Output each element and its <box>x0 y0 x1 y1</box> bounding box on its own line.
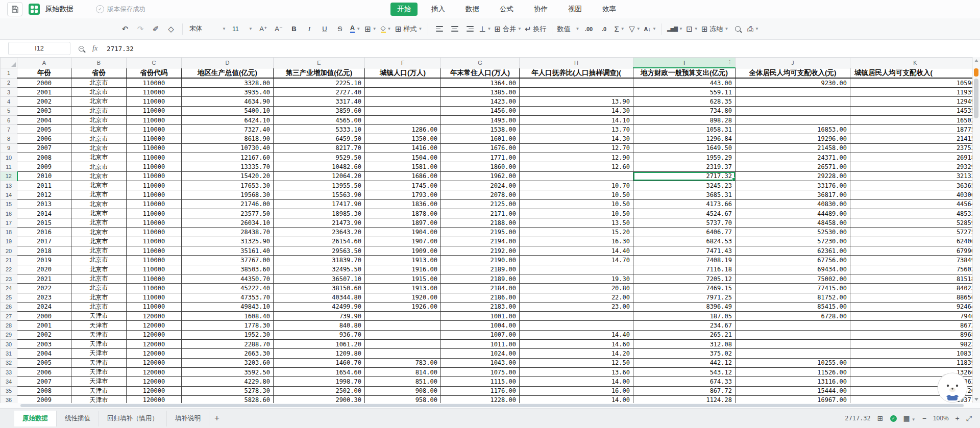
cell-H19[interactable]: 16.30 <box>520 237 633 246</box>
column-letter-I[interactable]: I⋮ <box>633 58 736 68</box>
save-button[interactable] <box>7 2 22 16</box>
cell-D28[interactable]: 1778.30 <box>182 321 274 330</box>
increase-decimal-button[interactable]: .00 <box>581 22 597 36</box>
cell-A14[interactable]: 2012 <box>17 190 71 199</box>
cell-D36[interactable]: 5828.60 <box>182 395 274 403</box>
cell-D16[interactable]: 23577.50 <box>182 209 274 218</box>
cell-C32[interactable]: 120000 <box>127 358 182 367</box>
cell-G25[interactable]: 2186.00 <box>441 293 520 302</box>
cell-E18[interactable]: 23643.20 <box>274 228 365 237</box>
sheet-tab[interactable]: 线性插值 <box>57 411 99 426</box>
cell-F21[interactable]: 1913.00 <box>365 256 441 265</box>
cell-D12[interactable]: 15420.20 <box>182 171 274 181</box>
cell-C28[interactable]: 120000 <box>127 321 182 330</box>
menu-tab-效率[interactable]: 效率 <box>596 3 623 16</box>
cell-J21[interactable]: 67756.00 <box>736 256 850 265</box>
cell-E2[interactable]: 2225.10 <box>274 78 365 88</box>
cell-B26[interactable]: 北京市 <box>71 302 127 311</box>
cell-D25[interactable]: 47353.70 <box>182 293 274 302</box>
cell-H31[interactable]: 14.20 <box>520 349 633 358</box>
row-header-9[interactable]: 9 <box>1 143 17 153</box>
cell-F13[interactable]: 1745.00 <box>365 181 441 190</box>
column-letter-H[interactable]: H <box>520 58 633 68</box>
row-header-22[interactable]: 22 <box>1 265 17 274</box>
borders-button[interactable]: ⊞ ▼ <box>363 22 378 36</box>
cell-G30[interactable]: 1011.00 <box>441 340 520 349</box>
cell-H22[interactable] <box>520 265 633 274</box>
cell-B5[interactable]: 北京市 <box>71 106 127 115</box>
cell-I16[interactable]: 4524.67 <box>633 209 736 218</box>
cell-E5[interactable]: 3859.60 <box>274 106 365 115</box>
cell-C4[interactable]: 110000 <box>127 97 182 106</box>
cell-count-icon[interactable]: ⊞ <box>877 415 884 422</box>
cell-B28[interactable]: 天津市 <box>71 321 127 330</box>
cell-A20[interactable]: 2018 <box>17 246 71 256</box>
italic-button[interactable]: I <box>302 22 317 36</box>
cell-D11[interactable]: 13335.70 <box>182 162 274 171</box>
cell-F34[interactable]: 851.00 <box>365 377 441 386</box>
cell-A32[interactable]: 2005 <box>17 358 71 367</box>
cell-H14[interactable]: 10.50 <box>520 190 633 199</box>
cell-I11[interactable]: 2319.37 <box>633 162 736 171</box>
underline-button[interactable]: U <box>317 22 332 36</box>
cell-K3[interactable]: 11939 <box>850 88 980 97</box>
scroll-up-icon[interactable] <box>974 59 978 62</box>
cell-K2[interactable]: 10590 <box>850 78 980 88</box>
increase-font-button[interactable]: A⁺ <box>256 22 271 36</box>
cell-reference-box[interactable]: I12 <box>8 42 70 55</box>
row-header-3[interactable]: 3 <box>1 88 17 97</box>
cell-A10[interactable]: 2008 <box>17 153 71 162</box>
menu-tab-公式[interactable]: 公式 <box>493 3 520 16</box>
cell-I21[interactable]: 7408.19 <box>633 256 736 265</box>
cell-H21[interactable]: 14.70 <box>520 256 633 265</box>
cell-F12[interactable]: 1686.00 <box>365 171 441 181</box>
cell-D32[interactable]: 3203.60 <box>182 358 274 367</box>
cell-B22[interactable]: 北京市 <box>71 265 127 274</box>
cell-I20[interactable]: 7471.43 <box>633 246 736 256</box>
cell-C8[interactable]: 110000 <box>127 134 182 143</box>
cell-K5[interactable]: 14535 <box>850 106 980 115</box>
column-letter-A[interactable]: A <box>17 58 71 68</box>
row-header-27[interactable]: 27 <box>1 312 17 321</box>
zoom-level[interactable]: 100% <box>933 415 949 422</box>
cell-H30[interactable]: 14.60 <box>520 340 633 349</box>
cell-J24[interactable]: 77415.00 <box>736 284 850 293</box>
view-switcher[interactable]: ▦▼ <box>903 415 916 422</box>
cell-H5[interactable]: 14.30 <box>520 106 633 115</box>
cell-C25[interactable]: 110000 <box>127 293 182 302</box>
cell-K25[interactable]: 88650 <box>850 293 980 302</box>
cell-A5[interactable]: 2003 <box>17 106 71 115</box>
cell-C19[interactable]: 110000 <box>127 237 182 246</box>
cell-I24[interactable]: 7469.15 <box>633 284 736 293</box>
cell-H27[interactable] <box>520 312 633 321</box>
insert-chart-button[interactable]: ▂▅▇ ▼ <box>666 22 684 36</box>
cell-H23[interactable]: 19.30 <box>520 274 633 283</box>
horizontal-scrollbar[interactable] <box>0 403 980 408</box>
column-letter-F[interactable]: F <box>365 58 441 68</box>
cell-A28[interactable]: 2001 <box>17 321 71 330</box>
cell-I3[interactable]: 559.11 <box>633 88 736 97</box>
cell-K22[interactable]: 75602 <box>850 265 980 274</box>
cell-G9[interactable]: 1676.00 <box>441 143 520 153</box>
freeze-panes-button[interactable]: ⊞ 冻结 ▼ <box>700 22 730 36</box>
cell-E8[interactable]: 6459.50 <box>274 134 365 143</box>
menu-tab-数据[interactable]: 数据 <box>459 3 486 16</box>
cell-H6[interactable]: 14.10 <box>520 115 633 124</box>
row-header-16[interactable]: 16 <box>1 209 17 218</box>
cell-K8[interactable]: 21415 <box>850 134 980 143</box>
cell-I27[interactable]: 187.05 <box>633 312 736 321</box>
vertical-align-button[interactable]: ⊥ ▼ <box>478 22 493 36</box>
cell-B11[interactable]: 北京市 <box>71 162 127 171</box>
cell-G8[interactable]: 1601.00 <box>441 134 520 143</box>
select-all-corner[interactable] <box>1 58 17 68</box>
cell-G17[interactable]: 2188.00 <box>441 218 520 228</box>
cell-B13[interactable]: 北京市 <box>71 181 127 190</box>
cell-J5[interactable] <box>736 106 850 115</box>
filter-button[interactable]: ▽ ▼ <box>627 22 643 36</box>
cell-G33[interactable]: 1075.00 <box>441 367 520 376</box>
cell-H16[interactable]: 10.50 <box>520 209 633 218</box>
font-color-button[interactable]: A ▼ <box>348 22 363 36</box>
sheet-tab[interactable]: 填补说明 <box>167 411 209 426</box>
cell-J15[interactable]: 40830.00 <box>736 199 850 209</box>
cell-A24[interactable]: 2022 <box>17 284 71 293</box>
